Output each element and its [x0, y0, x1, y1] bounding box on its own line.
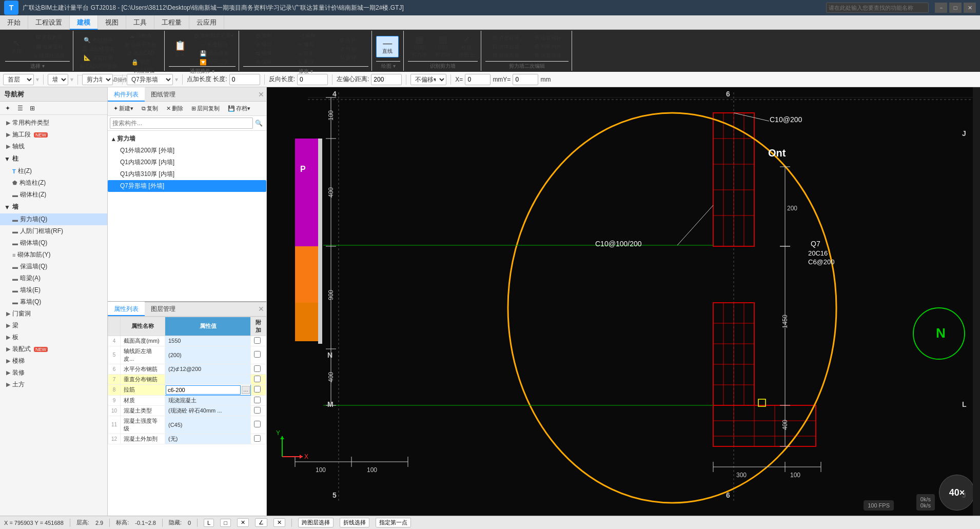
scale-button[interactable]: 📐 设置比例 [77, 54, 119, 62]
prop-cb-8[interactable] [254, 386, 261, 393]
copy-button[interactable]: ⧉ 复制 [243, 32, 284, 40]
close-button[interactable]: ✕ [964, 3, 976, 13]
sidebar-list-btn[interactable]: ☰ [14, 103, 26, 114]
sidebar-item-stair[interactable]: ▶ 楼梯 [0, 355, 107, 367]
prop-value-7[interactable] [165, 374, 251, 384]
tab-project[interactable]: 工程设置 [28, 15, 70, 30]
sidebar-item-shear-wall[interactable]: ▬ 剪力墙(Q) [0, 213, 107, 225]
modify-standard-button[interactable]: ⊞ 查改标准 [485, 34, 526, 42]
batch-select-button[interactable]: ▦ 批量选择 [29, 43, 70, 51]
attr-select-button[interactable]: ≡ 按属性选择 [29, 52, 70, 60]
trim-button[interactable]: ✂ 修剪 [285, 41, 326, 49]
sidebar-item-decoration[interactable]: ▶ 装修 [0, 367, 107, 379]
prop-edit-input-8[interactable] [166, 385, 241, 395]
prop-cb-9[interactable] [254, 397, 261, 403]
left-offset-input[interactable] [371, 74, 402, 85]
status-btn-x[interactable]: ✕ [237, 518, 249, 527]
move-button[interactable]: ✛ 移动 [243, 41, 284, 49]
comp-search-input[interactable] [110, 117, 253, 129]
tab-attr-list[interactable]: 属性列表 [108, 302, 145, 316]
prop-value-5[interactable]: (200) [165, 346, 251, 364]
id-shear-button[interactable]: ▦ 识别剪力墙 [408, 33, 430, 61]
device-standard-button[interactable]: ⊞ 设置科标 [527, 34, 569, 42]
merge-button[interactable]: ⊕ 合并 [327, 36, 368, 45]
definition-button[interactable]: 📋 定义 [169, 39, 191, 60]
status-btn-x2[interactable]: ✕ [273, 518, 285, 527]
sidebar-item-earth[interactable]: ▶ 土方 [0, 379, 107, 390]
sidebar-item-column-z[interactable]: T 柱(Z) [0, 165, 107, 177]
sidebar-item-common[interactable]: ▶ 常用构件类型 [0, 117, 107, 129]
element-select[interactable]: 墙 [48, 74, 68, 85]
prop-extra-8[interactable] [251, 384, 266, 395]
prop-extra-9[interactable] [251, 395, 266, 405]
wall-pass-button[interactable]: ⊡ 墙体拉通 [485, 43, 526, 51]
prop-extra-11[interactable] [251, 416, 266, 434]
tab-layer-mgmt[interactable]: 图纸管理 [145, 87, 182, 102]
copy-comp-button[interactable]: ⧉ 复制 [138, 103, 162, 114]
id-shear2-button[interactable]: ▥ 识别剪力墙 [432, 33, 454, 61]
set-paste-button[interactable]: ⊞ 设置拼缝 [527, 51, 569, 60]
offset-button[interactable]: ⊞ 偏移 [243, 58, 284, 66]
sidebar-item-masonry-add[interactable]: ≡ 砌体加筋(Y) [0, 249, 107, 261]
smart-arrange-button[interactable]: ⊞ 智能布置 [485, 51, 526, 60]
cloud-check-button[interactable]: ☁ 云检查 [120, 32, 161, 40]
pickup-button[interactable]: ⊞ 拾取构件 [29, 33, 70, 42]
sidebar-item-door-window[interactable]: ▶ 门窗洞 [0, 308, 107, 320]
prop-value-4[interactable]: 1550 [165, 336, 251, 346]
global-search-input[interactable] [826, 3, 929, 13]
tab-layer-mgmt2[interactable]: 图层管理 [145, 302, 182, 316]
sidebar-item-insulation[interactable]: ▬ 保温墙(Q) [0, 261, 107, 272]
x-input[interactable] [465, 74, 491, 85]
auto-floor-button[interactable]: ⊞ 自动平齐板 [120, 41, 161, 49]
tab-quantity[interactable]: 工程量 [154, 15, 189, 30]
find-replace-button[interactable]: 🔍 查找替换 [77, 36, 119, 45]
dir-length-input[interactable] [297, 74, 328, 85]
sidebar-item-gz[interactable]: ⬟ 构造柱(Z) [0, 177, 107, 189]
circle-filter-button[interactable]: 🔽 图元过滤 [192, 58, 236, 66]
cad-id-button[interactable]: ⊕ CAD识别选项 [77, 63, 119, 71]
copy-to-floor-button[interactable]: ⧉ 复制到其它层▾ [192, 32, 236, 40]
delete-button[interactable]: ✕ 删除 [285, 58, 326, 66]
cad-scrollbar[interactable] [973, 87, 980, 516]
prop-cb-4[interactable] [254, 337, 261, 344]
sidebar-item-masonry[interactable]: ▬ 砌体墙(Q) [0, 237, 107, 249]
shape-select[interactable]: Q7异形墙 [127, 74, 173, 85]
sidebar-item-hidden-beam[interactable]: ▬ 暗梁(A) [0, 272, 107, 284]
sidebar-item-column[interactable]: ▼ 柱 [0, 152, 107, 165]
status-btn-cross-select[interactable]: 跨图层选择 [298, 518, 334, 527]
status-btn-angle[interactable]: ∠ [255, 518, 267, 527]
check-wall-button[interactable]: ✓ 校核墙图元 [455, 33, 478, 61]
comp-search-button[interactable]: 🔍 [253, 117, 264, 129]
floor-copy-comp-button[interactable]: ⊞ 层间复制 [188, 103, 223, 114]
prop-extra-12[interactable] [251, 434, 266, 444]
restore-cad-button[interactable]: ↺ 还原CAD [120, 49, 161, 57]
prop-value-6[interactable]: (2)⊄12@200 [165, 364, 251, 374]
prop-cb-7[interactable] [254, 376, 261, 382]
prop-extra-10[interactable] [251, 405, 266, 416]
rotate-button[interactable]: ↻ 旋转 [327, 54, 368, 62]
comp-item-q1-inner-200[interactable]: Q1内墙200厚 [内墙] [108, 156, 266, 168]
sidebar-item-slab[interactable]: ▶ 板 [0, 331, 107, 343]
sidebar-item-curtain[interactable]: ▬ 幕墙(Q) [0, 296, 107, 308]
prop-extra-5[interactable] [251, 346, 266, 364]
length-label-button[interactable]: ↔ 长度标注 [192, 41, 236, 49]
sidebar-item-wall-column[interactable]: ▬ 墙垛(E) [0, 284, 107, 296]
prop-extra-7[interactable] [251, 374, 266, 384]
status-btn-square[interactable]: □ [220, 519, 231, 527]
no-offset-select[interactable]: 不偏移▾ [410, 74, 446, 85]
prop-cb-12[interactable] [254, 435, 261, 442]
sidebar-item-btz[interactable]: ▬ 砌体柱(Z) [0, 189, 107, 201]
draw-line-button[interactable]: — 直线 [376, 36, 399, 57]
delete-comp-button[interactable]: ✕ 删除 [163, 103, 187, 114]
sidebar-item-construction[interactable]: ▶ 施工段 NEW [0, 129, 107, 141]
comp-item-q1-inner-310[interactable]: Q1内墙310厚 [内墙] [108, 168, 266, 180]
cad-viewport[interactable]: X Y N 100 400 900 400 100 100 200 1450 4… [267, 87, 980, 516]
sidebar-add-btn[interactable]: ✦ [2, 103, 13, 114]
sidebar-item-wall[interactable]: ▼ 墙 [0, 201, 107, 213]
prop-cb-10[interactable] [254, 407, 261, 414]
split-button[interactable]: ⊘ 分割 [327, 45, 368, 53]
sidebar-item-axis[interactable]: ▶ 轴线 [0, 141, 107, 152]
sidebar-grid-btn[interactable]: ⊞ [27, 103, 38, 114]
circle-save-button[interactable]: 💾 图元存盘 [192, 49, 236, 57]
sidebar-item-assembled[interactable]: ▶ 装配式 NEW [0, 343, 107, 355]
